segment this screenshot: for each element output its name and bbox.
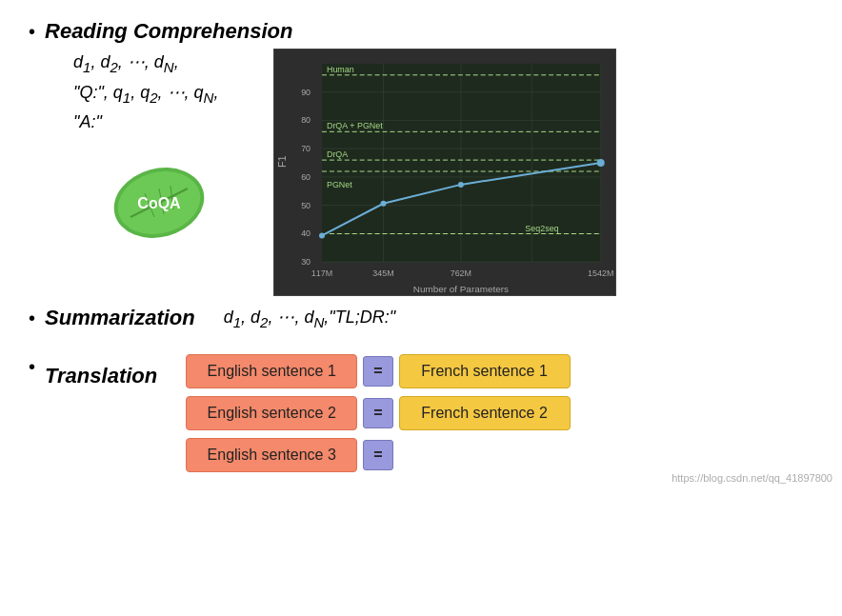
trans-row-2: English sentence 2 = French sentence 2: [186, 396, 570, 430]
equals-box-2: =: [363, 398, 392, 428]
svg-rect-8: [322, 64, 601, 262]
leaf-svg: CoQA: [111, 165, 207, 241]
trans-row-3: English sentence 3 =: [186, 438, 570, 472]
formula-line-1: d1, d2, ⋯, dN,: [73, 49, 254, 79]
svg-text:DrQA: DrQA: [327, 149, 348, 159]
rc-left: d1, d2, ⋯, dN, "Q:", q1, q2, ⋯, qN, "A:": [45, 49, 254, 241]
svg-text:40: 40: [301, 229, 311, 238]
svg-text:70: 70: [301, 144, 311, 153]
section-translation: • Translation English sentence 1 = Frenc…: [29, 354, 813, 472]
svg-text:Seq2seq: Seq2seq: [525, 224, 558, 233]
svg-text:762M: 762M: [451, 268, 471, 278]
svg-point-30: [319, 233, 325, 239]
svg-point-32: [458, 182, 464, 188]
eng-box-1: English sentence 1: [186, 354, 357, 388]
svg-text:PGNet: PGNet: [327, 180, 352, 189]
trans-row-1: English sentence 1 = French sentence 1: [186, 354, 570, 388]
svg-text:90: 90: [301, 88, 311, 97]
watermark: https://blog.csdn.net/qq_41897800: [672, 472, 832, 484]
svg-text:Number of Parameters: Number of Parameters: [413, 284, 509, 294]
svg-text:DrQA + PGNet: DrQA + PGNet: [327, 121, 383, 130]
bullet-dot-3: •: [29, 356, 35, 378]
rc-formula: d1, d2, ⋯, dN, "Q:", q1, q2, ⋯, qN, "A:": [73, 49, 254, 136]
main-container: • Reading Comprehension d1, d2, ⋯, dN, "…: [0, 0, 842, 491]
svg-text:F1: F1: [276, 155, 288, 168]
svg-text:80: 80: [301, 115, 311, 125]
chart-container: Human DrQA + PGNet DrQA PGNet Se: [273, 49, 616, 296]
svg-point-31: [381, 201, 387, 207]
fr-box-2: French sentence 2: [399, 396, 571, 430]
rc-title: Reading Comprehension: [45, 19, 616, 44]
formula-line-3: "A:": [73, 109, 254, 136]
svg-point-33: [597, 159, 605, 167]
bullet-dot-1: •: [29, 21, 35, 43]
svg-text:117M: 117M: [311, 268, 332, 278]
trans-section-body: Translation English sentence 1 = French …: [45, 354, 571, 472]
svg-text:Human: Human: [327, 65, 354, 74]
equals-box-3: =: [363, 440, 392, 470]
svg-text:1542M: 1542M: [588, 268, 613, 278]
fr-box-1: French sentence 1: [399, 354, 571, 388]
sum-section-body: Summarization d1, d2, ⋯, dN,"TL;DR:": [45, 306, 395, 330]
rc-content: d1, d2, ⋯, dN, "Q:", q1, q2, ⋯, qN, "A:": [45, 49, 616, 296]
eng-box-2: English sentence 2: [186, 396, 357, 430]
rc-section-body: Reading Comprehension d1, d2, ⋯, dN, "Q:…: [45, 19, 616, 296]
section-summarization: • Summarization d1, d2, ⋯, dN,"TL;DR:": [29, 306, 813, 330]
svg-text:CoQA: CoQA: [137, 195, 181, 211]
formula-line-2: "Q:", q1, q2, ⋯, qN,: [73, 79, 254, 109]
svg-text:50: 50: [301, 201, 311, 210]
svg-text:345M: 345M: [372, 268, 393, 278]
sum-formula: d1, d2, ⋯, dN,"TL;DR:": [224, 307, 395, 330]
equals-box-1: =: [363, 356, 392, 387]
svg-text:30: 30: [301, 257, 311, 267]
svg-text:60: 60: [301, 172, 311, 182]
trans-title: Translation: [45, 364, 157, 388]
section-reading-comprehension: • Reading Comprehension d1, d2, ⋯, dN, "…: [29, 19, 813, 296]
bullet-dot-2: •: [29, 308, 35, 329]
trans-pairs: English sentence 1 = French sentence 1 E…: [186, 354, 570, 472]
chart-svg: Human DrQA + PGNet DrQA PGNet Se: [274, 50, 615, 295]
sum-title: Summarization: [45, 306, 195, 330]
coqa-leaf: CoQA: [64, 165, 254, 241]
eng-box-3: English sentence 3: [186, 438, 357, 472]
